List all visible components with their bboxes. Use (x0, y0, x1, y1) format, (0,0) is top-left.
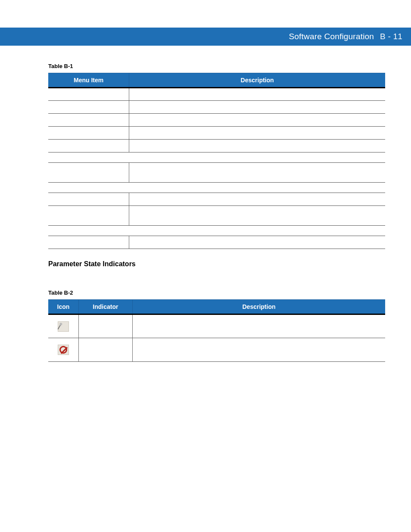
header-page-number: B - 11 (380, 32, 402, 41)
table-b2-caption: Table B-2 (48, 289, 385, 296)
table-b2-header-icon: Icon (48, 300, 78, 314)
table-b1-header-menu-item: Menu Item (48, 73, 129, 88)
indicator-cell (78, 338, 132, 362)
wand-icon (58, 321, 69, 332)
page: Software Configuration B - 11 Table B-1 … (0, 0, 411, 532)
description-cell (129, 236, 385, 249)
menu-item-cell (48, 206, 129, 226)
table-row (48, 163, 385, 183)
menu-item-cell (48, 140, 129, 152)
table-spacer (48, 152, 385, 163)
description-cell (129, 206, 385, 226)
description-cell (129, 114, 385, 127)
indicator-cell (78, 314, 132, 338)
menu-item-cell (48, 127, 129, 140)
icon-cell (48, 314, 78, 338)
menu-item-cell (48, 236, 129, 249)
table-b1-header-description: Description (129, 73, 385, 88)
menu-item-cell (48, 114, 129, 127)
table-row (48, 206, 385, 226)
table-row (48, 236, 385, 249)
header-band: Software Configuration B - 11 (0, 28, 411, 46)
menu-item-cell (48, 101, 129, 114)
table-b2-header-description: Description (132, 300, 385, 314)
description-cell (129, 163, 385, 183)
parameter-state-indicators-heading: Parameter State Indicators (48, 260, 385, 268)
table-row (48, 101, 385, 114)
top-margin (0, 0, 411, 28)
table-b2: Icon Indicator Description (48, 299, 385, 362)
table-row (48, 88, 385, 101)
menu-item-cell (48, 88, 129, 101)
table-b2-header-indicator: Indicator (78, 300, 132, 314)
description-cell (129, 140, 385, 152)
table-row (48, 226, 385, 236)
description-cell (132, 338, 385, 362)
table-row (48, 193, 385, 206)
table-row (48, 152, 385, 163)
content-area: Table B-1 Menu Item Description Paramete… (0, 46, 411, 362)
prohibit-icon (58, 345, 69, 355)
table-row (48, 314, 385, 338)
table-spacer (48, 183, 385, 193)
menu-item-cell (48, 193, 129, 206)
table-row (48, 140, 385, 152)
table-row (48, 127, 385, 140)
description-cell (129, 101, 385, 114)
table-spacer (48, 226, 385, 236)
table-row (48, 338, 385, 362)
table-b1: Menu Item Description (48, 73, 385, 249)
table-row (48, 183, 385, 193)
icon-cell (48, 338, 78, 362)
description-cell (129, 88, 385, 101)
header-section-title: Software Configuration (289, 32, 374, 41)
table-b1-caption: Table B-1 (48, 63, 385, 69)
menu-item-cell (48, 163, 129, 183)
description-cell (132, 314, 385, 338)
description-cell (129, 127, 385, 140)
description-cell (129, 193, 385, 206)
table-row (48, 114, 385, 127)
